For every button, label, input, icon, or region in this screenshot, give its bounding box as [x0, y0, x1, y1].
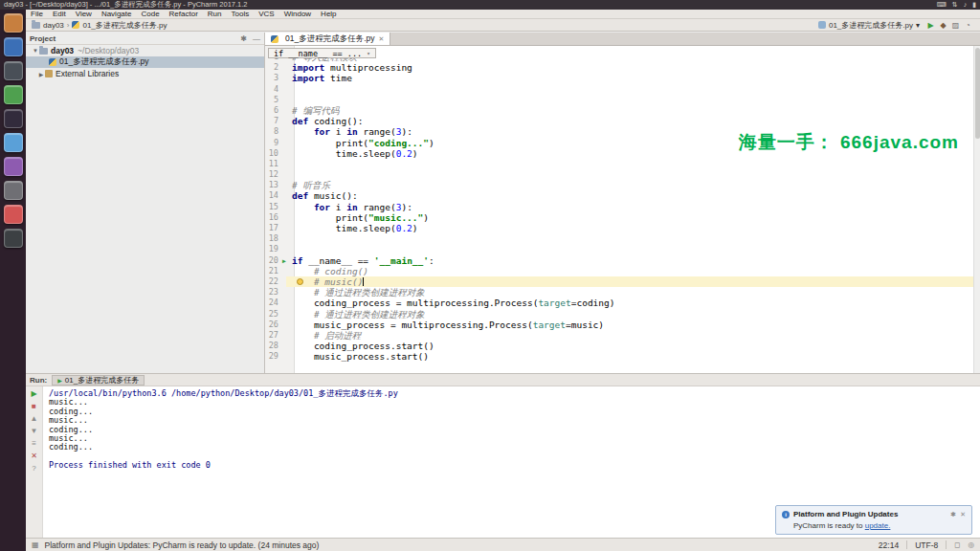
menu-file[interactable]: File	[26, 10, 48, 19]
context-info-bar[interactable]: if __name__ == ... ▾	[268, 48, 376, 58]
line-number[interactable]: 29	[265, 351, 286, 362]
help-icon[interactable]: ?	[29, 464, 40, 474]
tree-item-external-libraries[interactable]: ▶ External Libraries	[26, 68, 264, 79]
settings-icon[interactable]	[4, 181, 23, 200]
text-editor-icon[interactable]	[4, 229, 23, 248]
pycharm-icon[interactable]	[4, 85, 23, 104]
code-line[interactable]: 16 print("music...")	[265, 212, 973, 223]
run-config-selector[interactable]: 01_多进程完成多任务.py ▾	[818, 20, 920, 31]
code-area[interactable]: 1# 导入进程模块2import multiprocessing3import …	[265, 46, 973, 373]
code-line[interactable]: 25 # 通过进程类创建进程对象	[265, 309, 973, 320]
code-line[interactable]: 19	[265, 244, 973, 254]
gear-icon[interactable]: ✱	[240, 34, 247, 43]
code-line[interactable]: 22 # music()	[265, 276, 973, 287]
line-number[interactable]: 5	[265, 95, 286, 105]
code-line[interactable]: 7def coding():	[265, 116, 973, 126]
line-number[interactable]: 18	[265, 233, 286, 244]
media-player-icon[interactable]	[4, 205, 23, 224]
code-line[interactable]: 28 coding_process.start()	[265, 341, 973, 351]
line-number[interactable]: 2	[265, 62, 286, 73]
code-line[interactable]: 11	[265, 159, 973, 169]
update-notification[interactable]: i Platform and Plugin Updates ✱ ✕ PyChar…	[775, 505, 972, 535]
scrollbar-thumb[interactable]	[975, 48, 980, 139]
ubuntu-software-icon[interactable]	[4, 157, 23, 176]
writer-icon[interactable]	[4, 133, 23, 152]
code-line[interactable]: 27 # 启动进程	[265, 330, 973, 341]
gear-icon[interactable]: ✱	[950, 511, 956, 518]
network-icon[interactable]: ⇅	[952, 0, 958, 10]
files-icon[interactable]	[4, 13, 23, 33]
tree-item-root[interactable]: ▼ day03 ~/Desktop/day03	[26, 45, 264, 56]
menu-view[interactable]: View	[71, 10, 97, 19]
code-line[interactable]: 5	[265, 95, 973, 105]
debug-icon[interactable]: ◆	[937, 21, 949, 30]
code-line[interactable]: 23 # 通过进程类创建进程对象	[265, 287, 973, 298]
code-line[interactable]: 18	[265, 233, 973, 244]
console-settings-icon[interactable]: ≡	[29, 439, 40, 449]
editor-tab[interactable]: 01_多进程完成多任务.py ✕	[265, 33, 390, 45]
code-line[interactable]: 4	[265, 84, 973, 95]
line-number[interactable]: 28	[265, 341, 286, 351]
code-line[interactable]: 2import multiprocessing	[265, 62, 973, 73]
close-icon[interactable]: ✕	[29, 452, 40, 461]
line-number[interactable]: 15	[265, 202, 286, 212]
bell-icon[interactable]: ◎	[968, 540, 974, 549]
down-stack-icon[interactable]: ▼	[29, 427, 40, 436]
volume-icon[interactable]: ♪	[964, 0, 968, 10]
line-number[interactable]: 13	[265, 180, 286, 190]
breadcrumb-file[interactable]: 01_多进程完成多任务.py	[82, 20, 167, 31]
tab-close-icon[interactable]: ✕	[379, 35, 385, 43]
menu-tools[interactable]: Tools	[227, 10, 255, 19]
caret-position[interactable]: 22:14	[879, 540, 899, 550]
menu-edit[interactable]: Edit	[48, 10, 71, 19]
tree-collapse-icon[interactable]: ▼	[32, 48, 39, 54]
code-line[interactable]: 13# 听音乐	[265, 180, 973, 190]
intention-bulb-icon[interactable]	[297, 278, 303, 285]
editor-scrollbar[interactable]	[973, 46, 980, 373]
menu-code[interactable]: Code	[136, 10, 164, 19]
line-number[interactable]: 25	[265, 309, 286, 320]
line-number[interactable]: 23	[265, 287, 286, 298]
input-method-icon[interactable]: ⌨	[937, 0, 947, 10]
line-number[interactable]: 10	[265, 148, 286, 159]
line-number[interactable]: 27	[265, 330, 286, 341]
tree-expand-icon[interactable]: ▶	[37, 71, 45, 77]
software-center-icon[interactable]	[4, 61, 23, 80]
run-icon[interactable]: ▶	[924, 21, 937, 30]
up-stack-icon[interactable]: ▲	[29, 414, 40, 424]
line-number[interactable]: 11	[265, 159, 286, 169]
lock-icon[interactable]: ◻	[954, 540, 960, 549]
line-number[interactable]: 21	[265, 266, 286, 276]
code-line[interactable]: 14def music():	[265, 190, 973, 201]
line-number[interactable]: 12	[265, 169, 286, 180]
code-line[interactable]: 29 music_process.start()	[265, 351, 973, 362]
menu-vcs[interactable]: VCS	[254, 10, 278, 19]
line-number[interactable]: 7	[265, 116, 286, 126]
line-number[interactable]: 22	[265, 276, 286, 287]
line-number[interactable]: 3	[265, 73, 286, 83]
menu-help[interactable]: Help	[316, 10, 341, 19]
menu-window[interactable]: Window	[279, 10, 316, 19]
status-message[interactable]: Platform and Plugin Updates: PyCharm is …	[45, 540, 320, 550]
line-number[interactable]: 16	[265, 212, 286, 223]
code-line[interactable]: 21 # coding()	[265, 266, 973, 276]
line-number[interactable]: 14	[265, 190, 286, 201]
profiler-icon[interactable]: ◔	[962, 21, 974, 30]
line-number[interactable]: 4	[265, 84, 286, 95]
hide-panel-icon[interactable]: —	[253, 34, 260, 43]
code-line[interactable]: 3import time	[265, 73, 973, 83]
run-tab[interactable]: ▶ 01_多进程完成多任务	[52, 375, 145, 386]
code-line[interactable]: 20▶if __name__ == '__main__':	[265, 255, 973, 266]
line-number[interactable]: 17	[265, 223, 286, 233]
code-line[interactable]: 12	[265, 169, 973, 180]
code-line[interactable]: 15 for i in range(3):	[265, 202, 973, 212]
stop-icon[interactable]: ■	[29, 402, 40, 411]
coverage-icon[interactable]: ▨	[949, 21, 962, 30]
menu-navigate[interactable]: Navigate	[97, 10, 137, 19]
tree-item-file[interactable]: 01_多进程完成多任务.py	[26, 56, 264, 68]
line-number[interactable]: 19	[265, 244, 286, 254]
close-icon[interactable]: ✕	[960, 511, 966, 518]
line-number[interactable]: 20▶	[265, 255, 286, 266]
breadcrumb-project[interactable]: day03	[43, 21, 64, 30]
menu-run[interactable]: Run	[203, 10, 227, 19]
